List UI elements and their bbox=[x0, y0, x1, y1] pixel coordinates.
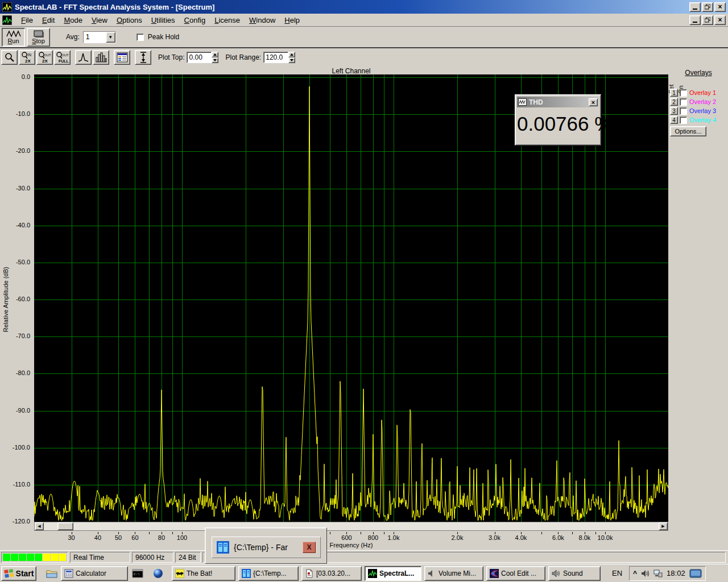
plot-top-spin-up[interactable] bbox=[212, 52, 218, 57]
menu-item-view[interactable]: View bbox=[87, 15, 112, 26]
x-tick-label: 40 bbox=[86, 534, 109, 541]
x-tick-label: 100 bbox=[171, 534, 193, 541]
browser-icon[interactable] bbox=[152, 567, 164, 580]
menu-item-mode[interactable]: Mode bbox=[59, 15, 87, 26]
arrow-down-icon bbox=[290, 59, 293, 61]
overlay-label: Overlay 1 bbox=[689, 89, 716, 96]
minimize-icon bbox=[693, 9, 697, 10]
menu-item-options[interactable]: Options bbox=[112, 15, 147, 26]
overlay-on-checkbox[interactable] bbox=[680, 98, 687, 106]
close-button[interactable]: × bbox=[714, 2, 726, 12]
taskbar: Start CalculatorC:\The Bat!{C:\Temp...[0… bbox=[0, 564, 728, 582]
sound-icon bbox=[552, 569, 561, 577]
overlay-set-button[interactable]: 3 bbox=[670, 107, 678, 115]
taskbar-button-5[interactable]: SpectraL... bbox=[365, 566, 421, 581]
zoom-in-2x-button[interactable]: IN2X bbox=[19, 50, 35, 65]
child-restore-button[interactable] bbox=[702, 15, 713, 25]
thd-title-bar[interactable]: THD × bbox=[517, 97, 599, 107]
start-button[interactable]: Start bbox=[1, 566, 36, 581]
plot-range-spin-up[interactable] bbox=[288, 52, 295, 57]
taskbar-clock[interactable]: 18:02 bbox=[667, 569, 685, 577]
channel-title: Left Channel bbox=[34, 67, 668, 75]
taskbar-button-2[interactable]: The Bat! bbox=[172, 566, 235, 581]
chevron-down-icon: ▼ bbox=[108, 35, 113, 40]
peak-hold-checkbox[interactable] bbox=[136, 34, 144, 41]
display-options-button[interactable] bbox=[114, 50, 130, 65]
taskbar-button-7[interactable]: Cool Edit ... bbox=[486, 566, 545, 581]
restore-button[interactable] bbox=[702, 2, 713, 12]
plot-range-spinner[interactable] bbox=[288, 52, 295, 63]
stop-button[interactable]: Stop bbox=[27, 28, 50, 47]
taskbar-button-6[interactable]: Volume Mi... bbox=[424, 566, 483, 581]
zoom-out-full-button[interactable]: OUTFULL bbox=[54, 50, 71, 65]
child-minimize-button[interactable] bbox=[689, 15, 701, 25]
far-window-title: {C:\Temp} - Far bbox=[234, 543, 303, 552]
menu-item-license[interactable]: License bbox=[210, 15, 245, 26]
overlay-on-checkbox[interactable] bbox=[680, 107, 687, 115]
zoom-tool-button[interactable] bbox=[1, 50, 18, 65]
y-tick-label: -70.0 bbox=[2, 332, 30, 339]
x-tick-label: 600 bbox=[335, 534, 358, 541]
scroll-right-button[interactable]: ▶ bbox=[659, 522, 668, 530]
spectralab-icon bbox=[368, 569, 377, 578]
tray-network-icon[interactable] bbox=[653, 569, 663, 577]
vertical-scale-button[interactable] bbox=[135, 50, 151, 65]
overlay-on-checkbox[interactable] bbox=[680, 117, 687, 124]
menu-item-config[interactable]: Config bbox=[180, 15, 210, 26]
tray-chevron-icon[interactable]: ^ bbox=[633, 569, 637, 577]
menu-item-help[interactable]: Help bbox=[280, 15, 304, 26]
y-tick-label: -30.0 bbox=[2, 185, 30, 192]
bar-view-button[interactable] bbox=[93, 50, 109, 65]
taskbar-button-label: SpectraL... bbox=[379, 569, 414, 577]
thd-close-button[interactable]: × bbox=[589, 98, 598, 106]
scroll-thumb[interactable] bbox=[57, 522, 73, 530]
far-window-header[interactable]: {C:\Temp} - Far X bbox=[212, 537, 321, 558]
overlays-options-button[interactable]: Options... bbox=[670, 126, 706, 136]
avg-combobox[interactable]: 1 ▼ bbox=[83, 31, 116, 43]
x-tick-label: 80 bbox=[150, 534, 173, 541]
close-icon: X bbox=[307, 543, 311, 551]
overlay-set-button[interactable]: 4 bbox=[670, 116, 678, 124]
plot-range-field[interactable]: 120.0 bbox=[263, 52, 288, 63]
zoom-out-2x-button[interactable]: OUT2X bbox=[36, 50, 53, 65]
plot-horizontal-scrollbar[interactable]: ◀ ▶ bbox=[34, 522, 668, 531]
plot-top-spinner[interactable] bbox=[212, 52, 218, 63]
overlay-on-checkbox[interactable] bbox=[680, 89, 687, 97]
minimize-button[interactable] bbox=[689, 2, 701, 12]
taskbar-button-label: [03.03.20... bbox=[316, 569, 350, 577]
x-tick-label: 800 bbox=[362, 534, 384, 541]
level-meter-cell bbox=[35, 554, 42, 561]
plot-range-spin-down[interactable] bbox=[288, 57, 295, 63]
child-close-button[interactable]: × bbox=[714, 15, 726, 25]
spectrum-view-button[interactable] bbox=[75, 50, 92, 65]
folder-icon[interactable] bbox=[46, 567, 58, 580]
taskbar-button-label: Sound bbox=[563, 569, 583, 577]
scroll-track[interactable] bbox=[44, 522, 659, 530]
svg-text:C:\: C:\ bbox=[134, 572, 140, 576]
menu-item-file[interactable]: File bbox=[16, 15, 38, 26]
plot-top-field[interactable]: 0.00 bbox=[187, 52, 212, 63]
tray-volume-icon[interactable] bbox=[641, 569, 650, 577]
console-icon[interactable]: C:\ bbox=[131, 567, 144, 580]
overlay-set-button[interactable]: 2 bbox=[670, 98, 678, 106]
level-meter-cell bbox=[59, 554, 66, 561]
taskbar-button-8[interactable]: Sound bbox=[548, 566, 601, 581]
taskbar-button-1[interactable]: Calculator bbox=[61, 566, 128, 581]
plot-top-spin-down[interactable] bbox=[212, 57, 218, 63]
level-meter-cell bbox=[3, 554, 10, 561]
run-button[interactable]: Run bbox=[2, 28, 25, 47]
avg-dropdown-button[interactable]: ▼ bbox=[106, 32, 115, 43]
far-close-button[interactable]: X bbox=[303, 542, 316, 553]
overlay-set-button[interactable]: 1 bbox=[670, 89, 678, 97]
level-meter bbox=[1, 552, 68, 563]
menu-item-edit[interactable]: Edit bbox=[38, 15, 59, 26]
show-desktop-icon[interactable] bbox=[689, 569, 702, 578]
scroll-left-button[interactable]: ◀ bbox=[35, 522, 44, 530]
zoom-in-2x-icon: IN2X bbox=[20, 51, 34, 64]
taskbar-button-3[interactable]: {C:\Temp... bbox=[238, 566, 299, 581]
menu-item-window[interactable]: Window bbox=[245, 15, 280, 26]
language-indicator[interactable]: EN bbox=[609, 568, 626, 579]
overlays-header[interactable]: Overlays bbox=[670, 69, 727, 77]
menu-item-utilities[interactable]: Utilities bbox=[147, 15, 180, 26]
taskbar-button-4[interactable]: [03.03.20... bbox=[301, 566, 362, 581]
